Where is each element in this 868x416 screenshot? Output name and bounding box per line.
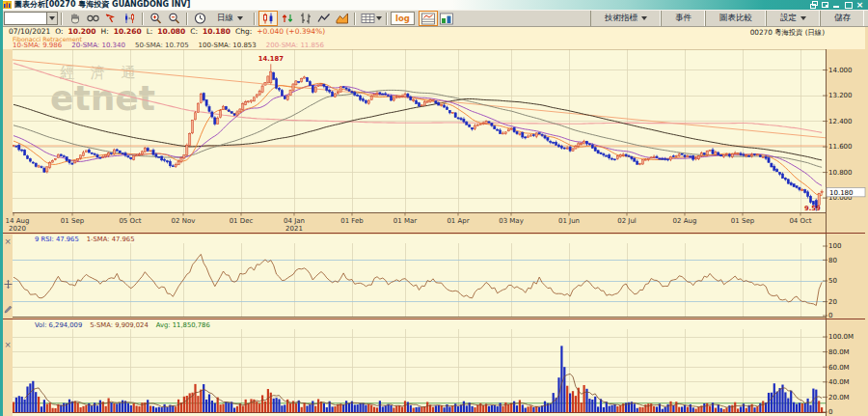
zoom-out-icon: [167, 12, 182, 25]
hand-icon: [68, 12, 82, 25]
axis-label: 40.0M: [828, 378, 850, 386]
chart-canvas[interactable]: 經 濟 通etnet14.00013.20012.40011.60010.800…: [0, 0, 868, 416]
tech-indicators-button[interactable]: 技術指標: [590, 11, 661, 26]
candlestick-icon: [260, 12, 276, 25]
axis-label: 80.0M: [828, 348, 850, 356]
axis-label: 20.0M: [828, 394, 850, 402]
axis-label: 60.0M: [828, 364, 850, 372]
zoom-in-button[interactable]: [147, 11, 165, 26]
chart-type-area-button[interactable]: [333, 11, 351, 26]
axis-label: 100.0M: [828, 333, 854, 341]
chart-type-ohlc-button[interactable]: [278, 11, 296, 26]
axis-label: 14 Aug: [6, 217, 30, 225]
axis-label: 2020: [9, 225, 26, 233]
restore-down-icon[interactable]: [809, 1, 818, 9]
chart-compare-button[interactable]: 圖表比較: [705, 11, 766, 26]
move-icon: [4, 280, 13, 289]
high-annotation: 14.187: [258, 55, 284, 63]
last-price-label: 10.180: [829, 189, 854, 197]
candle-info-icon: [122, 12, 137, 25]
axis-label: 02 Jul: [617, 217, 637, 225]
sma10-legend: 10-SMA: 9.986: [13, 42, 62, 49]
close-value: 10.180: [203, 27, 231, 36]
log-scale-button[interactable]: log: [391, 12, 415, 25]
popout-icon[interactable]: [821, 1, 829, 9]
axis-label: 2021: [285, 225, 303, 233]
combobox-dropdown-icon[interactable]: [46, 13, 57, 24]
chevron-down-icon: [800, 16, 806, 23]
chevron-down-icon: [641, 16, 647, 23]
volume-plot[interactable]: [13, 319, 826, 416]
chart-analysis-window: 圖表分析[00270 粵海投資 GUANGDONG INV] ×: [0, 0, 868, 416]
events-button[interactable]: 事件: [661, 11, 705, 26]
data-table-button[interactable]: [359, 11, 383, 26]
volume-panel-header: Vol: 6,294,009 5-SMA: 9,909,024 Avg: 11,…: [35, 321, 210, 329]
close-icon[interactable]: ×: [855, 1, 864, 9]
axis-label: 13.200: [828, 92, 853, 99]
axis-label: 02 Nov: [172, 217, 196, 225]
save-button[interactable]: 儲存: [820, 11, 864, 26]
axis-label: 03 May: [499, 217, 524, 225]
panel-layout-icon: [420, 13, 436, 25]
sma-legend-row: 10-SMA: 9.986 20-SMA: 10.340 50-SMA: 10.…: [3, 42, 865, 49]
chart-type-line-button[interactable]: [314, 11, 333, 26]
minimize-icon[interactable]: [832, 1, 841, 9]
layout-compare-button[interactable]: [438, 11, 456, 26]
axis-label: 0: [828, 312, 832, 319]
volume-sma-label: 5-SMA: 9,909,024: [90, 321, 149, 329]
rsi-close-button[interactable]: ×: [3, 237, 13, 247]
maximize-icon[interactable]: [844, 1, 853, 9]
axis-label: 80: [828, 257, 837, 264]
zoom-in-icon: [149, 12, 164, 25]
binoculars-icon: [86, 12, 100, 25]
close-label: C:: [190, 27, 198, 36]
history-button[interactable]: [191, 11, 209, 26]
titlebar: 圖表分析[00270 粵海投資 GUANGDONG INV] ×: [0, 0, 868, 10]
period-dropdown[interactable]: 日線: [209, 11, 251, 26]
axis-label: 14.000: [828, 67, 853, 74]
toolbar-separator: [61, 13, 63, 25]
draw-tool-button[interactable]: [3, 305, 13, 315]
symbol-combobox[interactable]: [4, 12, 58, 25]
toolbar: 日線: [0, 10, 868, 27]
candle-info-button[interactable]: [121, 11, 139, 26]
line-chart-icon: [316, 12, 332, 25]
axis-label: 01 Feb: [340, 217, 364, 225]
hilo-bars-icon: [298, 12, 313, 25]
table-grid-icon: [360, 12, 376, 25]
axis-label: 12.400: [828, 118, 853, 125]
rsi-plot[interactable]: [13, 235, 826, 317]
volume-close-button[interactable]: ×: [3, 341, 13, 350]
change-value: +0.040 (+0.394%): [257, 27, 325, 36]
events-label: 事件: [675, 13, 692, 24]
axis-label: 11.600: [828, 143, 853, 151]
toolbar-separator: [142, 13, 144, 25]
axis-label: 20: [828, 298, 837, 306]
pan-tool-button[interactable]: [66, 11, 84, 26]
rsi-sma-label: 1-SMA: 47.965: [87, 236, 135, 243]
move-tool-button[interactable]: [3, 280, 13, 290]
quote-row: 07/10/2021 O:10.200 H:10.260 L:10.080 C:…: [3, 27, 865, 37]
settings-button[interactable]: 設定: [766, 11, 820, 26]
pencil-icon: [4, 305, 13, 314]
area-chart-icon: [335, 12, 350, 25]
period-label: 日線: [217, 13, 233, 24]
rsi-value-label: 9 RSI: 47.965: [35, 236, 79, 243]
view-tool-button[interactable]: [84, 11, 102, 26]
window-left-border: [0, 0, 3, 416]
pointer-tool-button[interactable]: [102, 11, 121, 26]
layout-panels-button[interactable]: [419, 11, 438, 26]
toolbar-separator: [386, 13, 388, 25]
axis-label: 01 Apr: [447, 217, 469, 225]
low-value: 10.080: [157, 27, 185, 36]
save-label: 儲存: [834, 13, 851, 24]
axis-label: 04 Jan: [284, 217, 305, 225]
toolbar-separator: [254, 13, 256, 25]
chart-compare-label: 圖表比較: [719, 13, 752, 24]
chart-type-bar-button[interactable]: [296, 11, 314, 26]
chevron-down-icon: [376, 16, 382, 23]
zoom-out-button[interactable]: [165, 11, 183, 26]
panel-green-icon: [439, 13, 454, 25]
toolbar-separator: [186, 13, 188, 25]
chart-type-candle-button[interactable]: [258, 11, 278, 26]
